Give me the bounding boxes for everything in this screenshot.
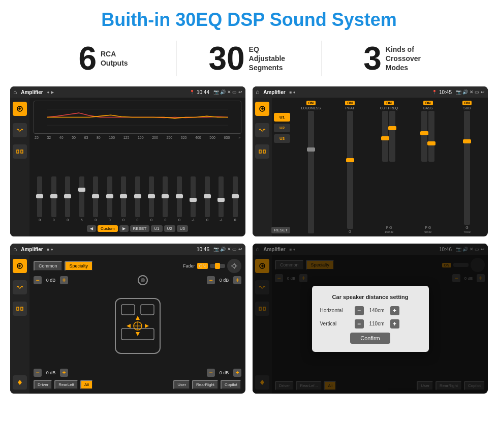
vertical-minus-btn[interactable]: − <box>355 319 364 328</box>
bass-slider-g[interactable] <box>428 111 434 162</box>
rearright-btn[interactable]: RearRight <box>192 380 219 390</box>
svg-rect-16 <box>17 307 19 310</box>
horizontal-plus-btn[interactable]: + <box>390 306 399 315</box>
common-tab[interactable]: Common <box>34 261 63 271</box>
rearleft-minus[interactable]: − <box>34 369 42 377</box>
cutfreq-slider-g[interactable] <box>389 111 395 162</box>
slider-track-12[interactable] <box>191 176 196 217</box>
custom-btn[interactable]: Custom <box>98 225 118 232</box>
driver-minus[interactable]: − <box>34 276 42 284</box>
u1-btn[interactable]: U1 <box>151 225 162 232</box>
rearright-minus[interactable]: − <box>207 369 215 377</box>
prev-btn[interactable]: ◀ <box>87 225 96 232</box>
svg-point-22 <box>234 268 235 269</box>
cutfreq-toggle[interactable]: ON <box>384 101 394 105</box>
horizontal-minus-btn[interactable]: − <box>355 306 364 315</box>
phat-toggle[interactable]: ON <box>345 101 355 105</box>
bass-slider-f[interactable] <box>421 111 427 162</box>
xo-main: U1 U2 U3 RESET ON LOUDNESS ON <box>272 98 488 236</box>
loudness-toggle[interactable]: ON <box>306 101 316 105</box>
fader-ctrl-4[interactable] <box>13 375 27 390</box>
fader-ctrl-3[interactable] <box>13 302 27 316</box>
bass-label: BASS <box>423 106 433 110</box>
u1-preset[interactable]: U1 <box>274 113 290 122</box>
slider-track-1[interactable] <box>37 176 42 217</box>
slider-track-15[interactable] <box>233 176 238 217</box>
driver-btn[interactable]: Driver <box>34 380 52 390</box>
slider-track-6[interactable] <box>107 176 112 217</box>
rearleft-btn[interactable]: RearLeft <box>54 380 78 390</box>
svg-marker-32 <box>136 332 140 336</box>
eq-app-name: Amplifier <box>21 89 43 95</box>
confirm-button[interactable]: Confirm <box>350 333 390 344</box>
loudness-slider[interactable] <box>308 111 314 233</box>
user-btn[interactable]: User <box>173 380 190 390</box>
bass-toggle[interactable]: ON <box>423 101 433 105</box>
eq-status-bar: Amplifier ● ▶ 10:44 📷 🔊 ✕ ▭ ↩ <box>10 86 245 98</box>
svg-rect-3 <box>17 150 19 153</box>
vol-row-1: − 0 dB + − 0 dB + <box>34 276 241 284</box>
u2-preset[interactable]: U2 <box>274 124 290 132</box>
pin-icon <box>190 89 195 95</box>
fader-ctrl-2[interactable] <box>13 280 27 294</box>
slider-track-7[interactable] <box>121 176 126 217</box>
channel-bass: ON BASS FG 90Hz <box>409 101 447 233</box>
slider-track-8[interactable] <box>135 176 140 217</box>
fader-ctrl-1[interactable] <box>13 259 27 273</box>
sub-slider[interactable] <box>464 111 470 225</box>
u2-btn[interactable]: U2 <box>164 225 175 232</box>
xo-ctrl-1[interactable] <box>255 102 269 116</box>
copilot-btn[interactable]: Copilot <box>221 380 241 390</box>
rearleft-plus[interactable]: + <box>60 369 68 377</box>
vol-row-2: − 0 dB + − 0 dB + <box>34 369 241 377</box>
xo-time: 10:45 <box>439 89 452 95</box>
fader-bottom-row: Driver RearLeft All User RearRight Copil… <box>34 380 241 390</box>
driver-plus[interactable]: + <box>60 276 68 284</box>
eq-ctrl-1[interactable] <box>13 102 27 116</box>
rearright-plus[interactable]: + <box>233 369 241 377</box>
stat-crossover: 3 Kinds of Crossover Modes <box>322 42 468 75</box>
fader-settings-icon[interactable] <box>227 259 241 273</box>
xo-reset-btn[interactable]: RESET <box>271 227 290 233</box>
slider-track-9[interactable] <box>149 176 154 217</box>
svg-rect-17 <box>21 307 23 310</box>
slider-track-10[interactable] <box>163 176 168 217</box>
sub-toggle[interactable]: ON <box>462 101 472 105</box>
phat-slider[interactable] <box>347 111 353 229</box>
channel-sub: ON SUB G 70Hz <box>448 101 486 233</box>
slider-track-4[interactable] <box>79 176 84 217</box>
u3-preset[interactable]: U3 <box>274 134 290 143</box>
xo-left-controls <box>253 98 272 236</box>
eq-ctrl-2[interactable] <box>13 123 27 137</box>
fader-screen-card: Amplifier ■ ● 10:46 📷 🔊 ✕ ▭ ↩ <box>10 244 245 394</box>
dialog-vertical-row: Vertical − 110cm + <box>320 319 421 328</box>
xo-ctrl-2[interactable] <box>255 123 269 137</box>
copilot-minus[interactable]: − <box>207 276 215 284</box>
cutfreq-slider-f[interactable] <box>382 111 388 162</box>
copilot-plus[interactable]: + <box>233 276 241 284</box>
slider-col-9: 0 <box>145 176 158 222</box>
copilot-vol-val: 0 dB <box>217 278 231 283</box>
fader-main: Common Specialty Fader ON <box>29 255 245 394</box>
xo-status-icons: 📷 🔊 ✕ ▭ ↩ <box>456 89 485 95</box>
all-btn[interactable]: All <box>80 380 93 390</box>
slider-track-3[interactable] <box>65 176 70 217</box>
slider-track-14[interactable] <box>219 176 224 217</box>
car-diagram <box>34 287 241 365</box>
slider-track-13[interactable] <box>205 176 210 217</box>
u3-btn[interactable]: U3 <box>177 225 188 232</box>
slider-track-5[interactable] <box>93 176 98 217</box>
eq-ctrl-3[interactable] <box>13 144 27 159</box>
specialty-tab[interactable]: Specialty <box>65 261 94 271</box>
vertical-plus-btn[interactable]: + <box>390 319 399 328</box>
svg-rect-25 <box>121 305 135 315</box>
slider-track-2[interactable] <box>51 176 56 217</box>
stat-eq-label: EQ Adjustable Segments <box>249 45 290 73</box>
fader-content: Common Specialty Fader ON <box>10 255 245 394</box>
eq-sliders-container: 0 0 0 5 0 0 0 0 0 0 0 -1 0 -1 0 <box>34 141 241 224</box>
slider-track-11[interactable] <box>177 176 182 217</box>
reset-btn[interactable]: RESET <box>130 225 150 232</box>
play-btn[interactable]: ▶ <box>119 225 129 232</box>
xo-ctrl-3[interactable] <box>255 144 269 159</box>
stats-row: 6 RCA Outputs 30 EQ Adjustable Segments … <box>0 36 498 83</box>
